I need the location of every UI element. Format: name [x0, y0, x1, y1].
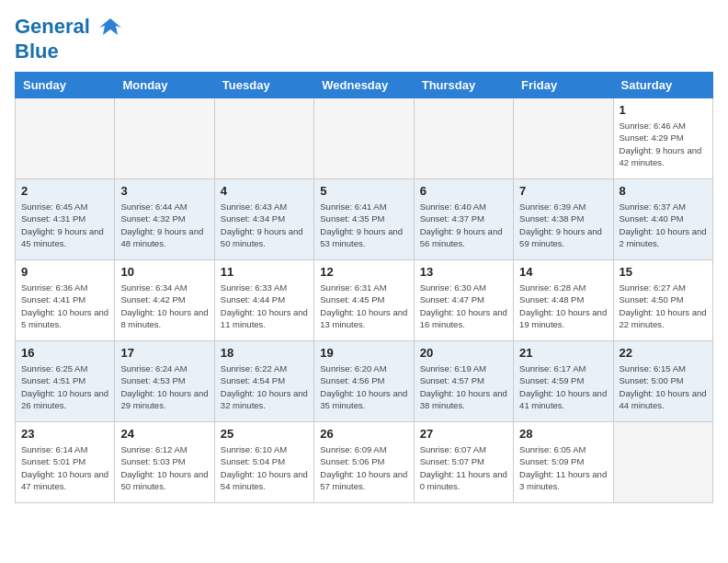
- calendar-cell: 6Sunrise: 6:40 AM Sunset: 4:37 PM Daylig…: [414, 179, 513, 260]
- calendar-cell: 13Sunrise: 6:30 AM Sunset: 4:47 PM Dayli…: [414, 260, 513, 341]
- calendar-cell: [414, 98, 513, 179]
- day-info: Sunrise: 6:45 AM Sunset: 4:31 PM Dayligh…: [21, 201, 108, 249]
- calendar-cell: 16Sunrise: 6:25 AM Sunset: 4:51 PM Dayli…: [16, 341, 115, 422]
- weekday-header-monday: Monday: [115, 73, 214, 98]
- calendar-cell: 23Sunrise: 6:14 AM Sunset: 5:01 PM Dayli…: [16, 422, 115, 503]
- weekday-header-thursday: Thursday: [414, 73, 513, 98]
- day-number: 10: [120, 265, 208, 279]
- day-info: Sunrise: 6:44 AM Sunset: 4:32 PM Dayligh…: [120, 201, 208, 249]
- calendar-week-row: 1Sunrise: 6:46 AM Sunset: 4:29 PM Daylig…: [16, 98, 713, 179]
- day-number: 25: [221, 427, 308, 441]
- logo: General Blue: [15, 15, 123, 63]
- calendar-cell: [514, 98, 613, 179]
- day-number: 14: [519, 265, 607, 279]
- logo-blue: Blue: [15, 40, 123, 63]
- calendar-cell: [613, 422, 712, 503]
- day-number: 5: [320, 184, 407, 198]
- day-info: Sunrise: 6:20 AM Sunset: 4:56 PM Dayligh…: [320, 362, 407, 411]
- day-number: 3: [120, 184, 208, 198]
- day-number: 2: [21, 184, 108, 198]
- day-info: Sunrise: 6:46 AM Sunset: 4:29 PM Dayligh…: [620, 120, 707, 168]
- day-info: Sunrise: 6:09 AM Sunset: 5:06 PM Dayligh…: [320, 443, 407, 492]
- calendar-cell: 18Sunrise: 6:22 AM Sunset: 4:54 PM Dayli…: [214, 341, 313, 422]
- day-number: 28: [519, 427, 607, 441]
- day-info: Sunrise: 6:07 AM Sunset: 5:07 PM Dayligh…: [420, 443, 507, 492]
- calendar-cell: 28Sunrise: 6:05 AM Sunset: 5:09 PM Dayli…: [514, 422, 613, 503]
- calendar-cell: 7Sunrise: 6:39 AM Sunset: 4:38 PM Daylig…: [514, 179, 613, 260]
- calendar-cell: [115, 98, 214, 179]
- day-number: 7: [519, 184, 607, 198]
- calendar-cell: 14Sunrise: 6:28 AM Sunset: 4:48 PM Dayli…: [514, 260, 613, 341]
- day-number: 15: [620, 265, 707, 279]
- day-info: Sunrise: 6:39 AM Sunset: 4:38 PM Dayligh…: [519, 201, 607, 249]
- day-number: 20: [420, 346, 507, 360]
- day-number: 16: [21, 346, 108, 360]
- calendar-cell: 4Sunrise: 6:43 AM Sunset: 4:34 PM Daylig…: [214, 179, 313, 260]
- logo-general: General: [15, 15, 90, 38]
- calendar-cell: [314, 98, 414, 179]
- day-number: 18: [221, 346, 308, 360]
- day-number: 23: [21, 427, 108, 441]
- calendar-week-row: 9Sunrise: 6:36 AM Sunset: 4:41 PM Daylig…: [16, 260, 713, 341]
- weekday-header-sunday: Sunday: [16, 73, 115, 98]
- calendar-cell: 17Sunrise: 6:24 AM Sunset: 4:53 PM Dayli…: [115, 341, 214, 422]
- day-number: 21: [519, 346, 607, 360]
- calendar-cell: 12Sunrise: 6:31 AM Sunset: 4:45 PM Dayli…: [314, 260, 414, 341]
- day-number: 12: [320, 265, 407, 279]
- day-info: Sunrise: 6:15 AM Sunset: 5:00 PM Dayligh…: [620, 362, 707, 411]
- calendar-cell: 8Sunrise: 6:37 AM Sunset: 4:40 PM Daylig…: [613, 179, 712, 260]
- day-info: Sunrise: 6:25 AM Sunset: 4:51 PM Dayligh…: [21, 362, 108, 411]
- day-number: 24: [120, 427, 208, 441]
- calendar-cell: 22Sunrise: 6:15 AM Sunset: 5:00 PM Dayli…: [613, 341, 712, 422]
- day-info: Sunrise: 6:43 AM Sunset: 4:34 PM Dayligh…: [221, 201, 308, 249]
- weekday-header-wednesday: Wednesday: [314, 73, 414, 98]
- day-number: 13: [420, 265, 507, 279]
- calendar-cell: 1Sunrise: 6:46 AM Sunset: 4:29 PM Daylig…: [613, 98, 712, 179]
- day-info: Sunrise: 6:12 AM Sunset: 5:03 PM Dayligh…: [120, 443, 208, 492]
- day-info: Sunrise: 6:19 AM Sunset: 4:57 PM Dayligh…: [420, 362, 507, 411]
- day-number: 22: [620, 346, 707, 360]
- calendar-cell: 20Sunrise: 6:19 AM Sunset: 4:57 PM Dayli…: [414, 341, 513, 422]
- calendar-cell: 11Sunrise: 6:33 AM Sunset: 4:44 PM Dayli…: [214, 260, 313, 341]
- calendar-week-row: 16Sunrise: 6:25 AM Sunset: 4:51 PM Dayli…: [16, 341, 713, 422]
- day-number: 6: [420, 184, 507, 198]
- day-info: Sunrise: 6:28 AM Sunset: 4:48 PM Dayligh…: [519, 282, 607, 330]
- calendar-cell: 19Sunrise: 6:20 AM Sunset: 4:56 PM Dayli…: [314, 341, 414, 422]
- calendar-week-row: 23Sunrise: 6:14 AM Sunset: 5:01 PM Dayli…: [16, 422, 713, 503]
- day-number: 19: [320, 346, 407, 360]
- day-number: 11: [221, 265, 308, 279]
- day-number: 1: [620, 103, 707, 117]
- calendar-cell: 3Sunrise: 6:44 AM Sunset: 4:32 PM Daylig…: [115, 179, 214, 260]
- calendar-header-row: SundayMondayTuesdayWednesdayThursdayFrid…: [16, 73, 713, 98]
- day-info: Sunrise: 6:31 AM Sunset: 4:45 PM Dayligh…: [320, 282, 407, 330]
- calendar-week-row: 2Sunrise: 6:45 AM Sunset: 4:31 PM Daylig…: [16, 179, 713, 260]
- day-info: Sunrise: 6:17 AM Sunset: 4:59 PM Dayligh…: [519, 362, 607, 411]
- day-info: Sunrise: 6:10 AM Sunset: 5:04 PM Dayligh…: [221, 443, 308, 492]
- calendar-cell: 21Sunrise: 6:17 AM Sunset: 4:59 PM Dayli…: [514, 341, 613, 422]
- calendar-cell: 10Sunrise: 6:34 AM Sunset: 4:42 PM Dayli…: [115, 260, 214, 341]
- day-info: Sunrise: 6:33 AM Sunset: 4:44 PM Dayligh…: [221, 282, 308, 330]
- logo-bird-icon: [97, 15, 123, 40]
- weekday-header-tuesday: Tuesday: [214, 73, 313, 98]
- day-info: Sunrise: 6:41 AM Sunset: 4:35 PM Dayligh…: [320, 201, 407, 249]
- day-number: 27: [420, 427, 507, 441]
- calendar-cell: [214, 98, 313, 179]
- day-number: 17: [120, 346, 208, 360]
- day-info: Sunrise: 6:40 AM Sunset: 4:37 PM Dayligh…: [420, 201, 507, 249]
- page-header: General Blue: [15, 15, 713, 63]
- svg-marker-0: [99, 18, 121, 35]
- weekday-header-friday: Friday: [514, 73, 613, 98]
- calendar-cell: 25Sunrise: 6:10 AM Sunset: 5:04 PM Dayli…: [214, 422, 313, 503]
- day-info: Sunrise: 6:14 AM Sunset: 5:01 PM Dayligh…: [21, 443, 108, 492]
- day-info: Sunrise: 6:34 AM Sunset: 4:42 PM Dayligh…: [120, 282, 208, 330]
- day-info: Sunrise: 6:30 AM Sunset: 4:47 PM Dayligh…: [420, 282, 507, 330]
- day-info: Sunrise: 6:24 AM Sunset: 4:53 PM Dayligh…: [120, 362, 208, 411]
- day-number: 8: [620, 184, 707, 198]
- day-info: Sunrise: 6:27 AM Sunset: 4:50 PM Dayligh…: [620, 282, 707, 330]
- day-number: 26: [320, 427, 407, 441]
- calendar-cell: 5Sunrise: 6:41 AM Sunset: 4:35 PM Daylig…: [314, 179, 414, 260]
- calendar-cell: 27Sunrise: 6:07 AM Sunset: 5:07 PM Dayli…: [414, 422, 513, 503]
- calendar-cell: 26Sunrise: 6:09 AM Sunset: 5:06 PM Dayli…: [314, 422, 414, 503]
- calendar-cell: 15Sunrise: 6:27 AM Sunset: 4:50 PM Dayli…: [613, 260, 712, 341]
- calendar-cell: [16, 98, 115, 179]
